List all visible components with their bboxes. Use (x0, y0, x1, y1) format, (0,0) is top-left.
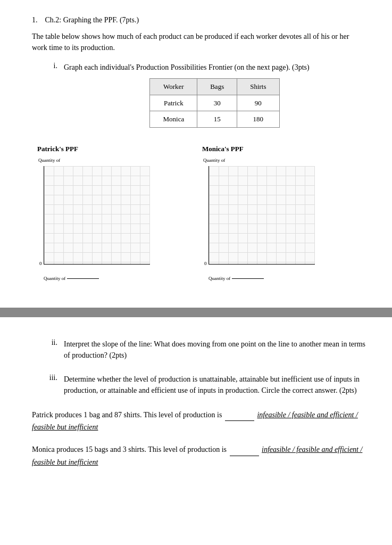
col-header-shirts: Shirts (237, 79, 279, 95)
sub-i-content: Graph each individual's Production Possi… (64, 62, 365, 136)
patrick-answer-block: Patrick produces 1 bag and 87 shirts. Th… (32, 409, 365, 434)
patrick-graph-area: Quantity of 0 (32, 156, 160, 274)
monica-bags: 15 (197, 111, 237, 128)
monica-shirts: 180 (237, 111, 279, 128)
patrick-sentence: Patrick produces 1 bag and 87 shirts. Th… (32, 411, 222, 419)
sub-iii-text: Determine whether the level of productio… (64, 375, 360, 394)
patrick-x-label: Quantity of (44, 276, 99, 281)
question-number: 1. Ch.2: Graphing the PPF. (7pts.) (32, 16, 365, 24)
col-header-bags: Bags (197, 79, 237, 95)
patrick-graph-canvas (44, 166, 150, 265)
page-divider (0, 308, 392, 317)
intro-content: The table below shows how much of each p… (32, 32, 349, 52)
sub-ii-label: ii. (32, 338, 64, 361)
patrick-x-underline (67, 278, 99, 281)
patrick-origin: 0 (39, 261, 42, 266)
monica-x-underline (232, 278, 264, 281)
monica-x-label: Quantity of (208, 276, 264, 281)
sub-iii-label: iii. (32, 374, 64, 396)
col-header-worker: Worker (150, 79, 197, 95)
intro-text: The table below shows how much of each p… (32, 31, 365, 53)
sub-i-text: Graph each individual's Production Possi… (64, 63, 310, 71)
q-num: 1. (32, 16, 38, 24)
page-top: 1. Ch.2: Graphing the PPF. (7pts.) The t… (0, 0, 392, 297)
monica-ppf-title: Monica's PPF (202, 145, 244, 153)
patrick-ppf-title: Patrick's PPF (37, 145, 78, 153)
monica-y-label: Quantity of (203, 158, 225, 163)
graphs-section: Patrick's PPF Quantity of 0 Quantity of … (32, 145, 365, 281)
patrick-shirts: 90 (237, 95, 279, 111)
q-title: Ch.2: Graphing the PPF. (7pts.) (45, 16, 139, 24)
table-row: Patrick 30 90 (150, 95, 279, 111)
page-bottom: ii. Interpret the slope of the line: Wha… (0, 328, 392, 494)
worker-name-patrick: Patrick (150, 95, 197, 111)
monica-answer-block: Monica produces 15 bags and 3 shirts. Th… (32, 443, 365, 469)
sub-question-ii: ii. Interpret the slope of the line: Wha… (32, 338, 365, 361)
patrick-y-label: Quantity of (38, 158, 60, 163)
worker-table: Worker Bags Shirts Patrick 30 90 Monica … (149, 78, 279, 128)
worker-name-monica: Monica (150, 111, 197, 128)
sub-ii-content: Interpret the slope of the line: What do… (64, 338, 365, 361)
monica-ppf-block: Monica's PPF Quantity of 0 Quantity of (197, 145, 324, 281)
monica-origin: 0 (204, 261, 207, 266)
sub-ii-text: Interpret the slope of the line: What do… (64, 340, 365, 359)
table-row: Monica 15 180 (150, 111, 279, 128)
monica-graph-area: Quantity of 0 (197, 156, 324, 274)
sub-question-iii: iii. Determine whether the level of prod… (32, 374, 365, 396)
sub-iii-content: Determine whether the level of productio… (64, 374, 365, 396)
patrick-ppf-block: Patrick's PPF Quantity of 0 Quantity of (32, 145, 160, 281)
monica-answer-line (230, 456, 259, 456)
sub-question-i: i. Graph each individual's Production Po… (32, 62, 365, 136)
patrick-bags: 30 (197, 95, 237, 111)
monica-sentence: Monica produces 15 bags and 3 shirts. Th… (32, 445, 227, 453)
sub-i-label: i. (32, 62, 64, 136)
monica-graph-canvas (208, 166, 315, 265)
patrick-answer-line (225, 420, 254, 421)
